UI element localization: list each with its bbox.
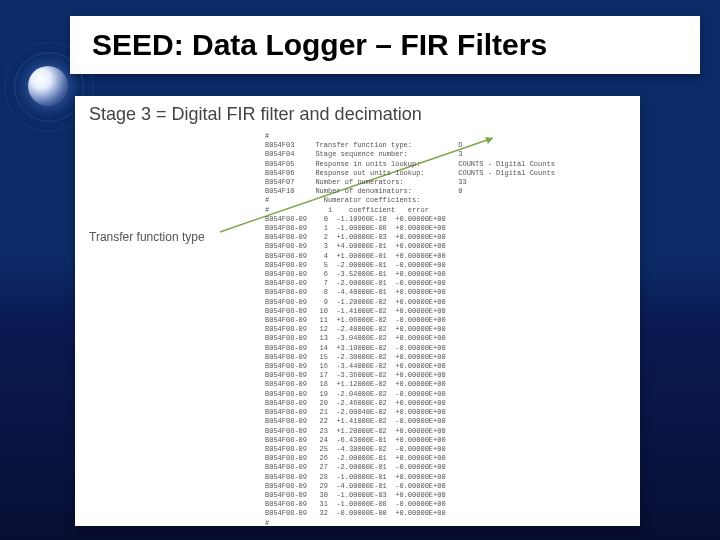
stage-heading: Stage 3 = Digital FIR filter and decimat…: [89, 104, 422, 125]
title-bar: SEED: Data Logger – FIR Filters: [70, 16, 700, 74]
decorative-orb: [28, 66, 68, 106]
resp-listing: # B054F03 Transfer function type: D B054…: [265, 132, 555, 528]
content-panel: Stage 3 = Digital FIR filter and decimat…: [75, 96, 640, 526]
callout-label: Transfer function type: [89, 230, 205, 244]
slide-title: SEED: Data Logger – FIR Filters: [92, 28, 547, 62]
slide: SEED: Data Logger – FIR Filters Stage 3 …: [0, 0, 720, 540]
